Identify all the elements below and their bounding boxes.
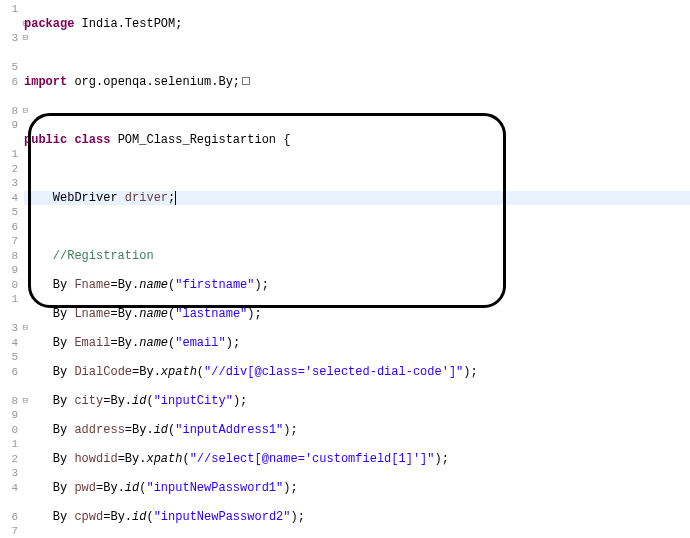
line-number: 4: [0, 191, 20, 206]
text-cursor: [175, 191, 176, 205]
code-line: By Email=By.name("email");: [24, 336, 690, 351]
code-editor-area[interactable]: package India.TestPOM; import org.openqa…: [24, 0, 690, 538]
code-line: public class POM_Class_Registartion {: [24, 133, 690, 148]
line-number: [0, 46, 20, 61]
line-number: 1: [0, 2, 20, 17]
line-number: 0: [0, 278, 20, 293]
code-line-highlighted: WebDriver driver;: [24, 191, 690, 206]
line-number: 7: [0, 524, 20, 538]
line-number: 1: [0, 147, 20, 162]
code-line: By Lname=By.name("lastname");: [24, 307, 690, 322]
code-line: [24, 220, 690, 235]
line-number: 7: [0, 234, 20, 249]
code-line: package India.TestPOM;: [24, 17, 690, 32]
line-number: [0, 133, 20, 148]
line-number: 5: [0, 350, 20, 365]
line-number: 4: [0, 481, 20, 496]
code-line: [24, 162, 690, 177]
code-line: import org.openqa.selenium.By;: [24, 75, 690, 90]
line-number: 1: [0, 292, 20, 307]
code-line: [24, 104, 690, 119]
line-number: 8⊟: [0, 104, 20, 119]
line-number: 9: [0, 118, 20, 133]
code-line: By DialCode=By.xpath("//div[@class='sele…: [24, 365, 690, 380]
line-number: 9: [0, 408, 20, 423]
line-number: [0, 89, 20, 104]
line-number: 6: [0, 220, 20, 235]
code-line: By city=By.id("inputCity");: [24, 394, 690, 409]
line-number: 3⊟: [0, 321, 20, 336]
line-number: ⊟: [0, 17, 20, 32]
line-number: 6: [0, 510, 20, 525]
line-number: 0: [0, 423, 20, 438]
code-line: [24, 46, 690, 61]
code-line: By howdid=By.xpath("//select[@name='cust…: [24, 452, 690, 467]
code-line: By pwd=By.id("inputNewPassword1");: [24, 481, 690, 496]
line-number: 8: [0, 249, 20, 264]
line-number: 2: [0, 162, 20, 177]
collapsed-import-icon[interactable]: [242, 77, 250, 85]
line-number: 1: [0, 437, 20, 452]
line-number: 3: [0, 466, 20, 481]
line-number: 9: [0, 263, 20, 278]
line-number: [0, 307, 20, 322]
code-line: By address=By.id("inputAddress1");: [24, 423, 690, 438]
line-number: 5: [0, 60, 20, 75]
line-number: 8⊟: [0, 394, 20, 409]
line-number: 3: [0, 176, 20, 191]
line-number-gutter: 1⊟3⊟568⊟9123456789013⊟4568⊟90123467: [0, 0, 22, 538]
code-line: //Registration: [24, 249, 690, 264]
line-number: 4: [0, 336, 20, 351]
code-line: By Fname=By.name("firstname");: [24, 278, 690, 293]
line-number: 5: [0, 205, 20, 220]
line-number: [0, 495, 20, 510]
code-line: By cpwd=By.id("inputNewPassword2");: [24, 510, 690, 525]
line-number: 6: [0, 365, 20, 380]
line-number: [0, 379, 20, 394]
line-number: 6: [0, 75, 20, 90]
line-number: 2: [0, 452, 20, 467]
line-number: 3⊟: [0, 31, 20, 46]
